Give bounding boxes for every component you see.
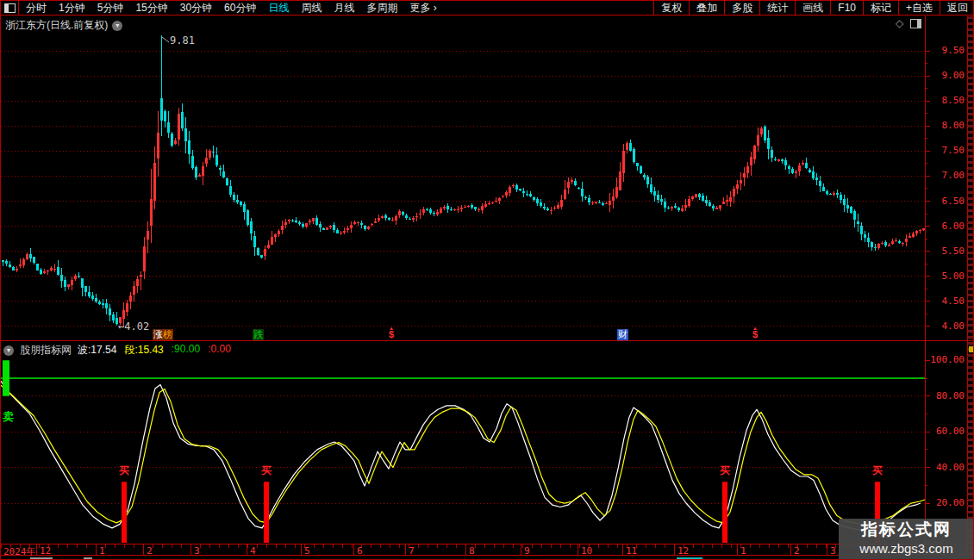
indicator-dropdown-icon[interactable]: ▾ xyxy=(3,345,14,356)
month-label: 8 xyxy=(469,545,475,557)
indicator-value: :0.00 xyxy=(208,343,231,358)
month-divider xyxy=(465,544,466,555)
month-divider xyxy=(190,544,191,555)
month-label: 1 xyxy=(740,545,746,557)
month-divider xyxy=(301,544,302,555)
month-label: 5 xyxy=(304,545,310,557)
low-annotation: ←4.02 xyxy=(118,320,149,333)
month-label: 11 xyxy=(626,545,637,557)
buy-signal-bar xyxy=(122,482,127,543)
month-divider xyxy=(96,544,97,555)
indicator-value: 波:17.54 xyxy=(78,343,116,358)
price-axis-label: 7.00 xyxy=(928,171,965,181)
price-axis-label: 5.00 xyxy=(928,271,965,282)
indicator-axis-label: 80.00 xyxy=(928,391,965,401)
price-axis-label: 9.00 xyxy=(928,71,965,81)
month-divider xyxy=(405,544,406,555)
month-label: 1 xyxy=(99,545,105,557)
month-label: 7 xyxy=(409,545,415,557)
wave-line-bo xyxy=(1,381,921,530)
month-label: 6 xyxy=(357,545,363,557)
indicator-value: 段:15.43 xyxy=(124,343,163,358)
price-axis-label: 6.00 xyxy=(928,221,965,232)
high-annotation: 9.81 xyxy=(170,34,195,47)
month-label: 2 xyxy=(794,545,800,557)
indicator-values: 波:17.54段:15.43:90.00:0.00 xyxy=(78,343,231,358)
month-divider xyxy=(737,544,738,555)
price-axis-label: 4.50 xyxy=(928,296,965,307)
candle-gridlines xyxy=(1,51,925,327)
sell-label: 卖 xyxy=(3,410,14,423)
price-axis-label: 9.50 xyxy=(928,46,965,56)
month-divider xyxy=(36,544,37,555)
right-scroll-strip[interactable] xyxy=(968,16,974,557)
event-badge: 跌 xyxy=(253,329,264,340)
month-divider xyxy=(247,544,247,555)
sell-signal-bar xyxy=(3,360,9,395)
indicator-gridlines xyxy=(1,396,925,503)
price-axis-label: 6.50 xyxy=(928,196,965,207)
time-axis-ticks xyxy=(1,544,925,548)
indicator-value: :90.00 xyxy=(172,343,200,358)
watermark-line1: 指标公式网 xyxy=(839,519,974,541)
buy-label: 买 xyxy=(872,464,883,476)
month-label: 2 xyxy=(147,545,153,557)
indicator-header: ▾ 股朋指标网 波:17.54段:15.43:90.00:0.00 xyxy=(3,343,231,358)
buy-label: 买 xyxy=(261,464,272,476)
month-label: 3 xyxy=(830,545,836,557)
month-divider xyxy=(578,544,578,555)
month-label: 12 xyxy=(40,545,51,557)
event-badge: 财 xyxy=(617,329,628,340)
price-axis-label: 4.00 xyxy=(928,321,965,332)
price-axis-label: 5.50 xyxy=(928,246,965,257)
buy-label: 买 xyxy=(119,464,129,476)
month-divider xyxy=(353,544,354,555)
month-divider xyxy=(674,544,675,555)
bottom-status-slit xyxy=(1,557,974,560)
month-label: 10 xyxy=(581,545,592,557)
indicator-axis-label: 40.00 xyxy=(928,463,965,473)
price-axis-label: 8.50 xyxy=(928,96,965,106)
candlestick-series xyxy=(2,35,925,327)
time-axis: 2024年 12123456789101112123 xyxy=(1,544,967,556)
dollar-marker-icon: ▲$ xyxy=(750,327,760,339)
axis-border-left xyxy=(925,16,926,557)
month-label: 9 xyxy=(524,545,530,557)
chart-canvas[interactable]: 买买买买卖 xyxy=(1,1,974,560)
month-label: 4 xyxy=(250,545,256,557)
indicator-name: 股朋指标网 xyxy=(20,343,72,358)
indicator-axis-label: 100.00 xyxy=(928,355,965,365)
signal-markers: 买买买买卖 xyxy=(3,360,883,543)
month-divider xyxy=(622,544,623,555)
price-axis-label: 7.50 xyxy=(928,146,965,156)
month-divider xyxy=(790,544,791,555)
buy-signal-bar xyxy=(722,482,727,543)
site-watermark: 指标公式网 www.zbgs3.com xyxy=(839,519,974,560)
panel-divider xyxy=(1,340,974,341)
trading-terminal-window: 分时1分钟5分钟15分钟30分钟60分钟日线周线月线多周期更多 › 复权叠加多股… xyxy=(0,0,974,560)
month-divider xyxy=(827,544,827,555)
price-axis-label: 8.00 xyxy=(928,121,965,131)
month-label: 3 xyxy=(194,545,200,557)
indicator-axis-label: 60.00 xyxy=(928,426,965,437)
month-divider xyxy=(143,544,144,555)
high-annotation-leader xyxy=(162,37,169,42)
event-badge: 涨榜 xyxy=(153,329,173,340)
dollar-marker-icon: ▲$ xyxy=(386,327,396,339)
month-divider xyxy=(521,544,521,555)
month-label: 12 xyxy=(677,545,689,557)
indicator-axis-label: 20.00 xyxy=(928,498,965,508)
buy-signal-bar xyxy=(264,482,269,543)
segment-line-duan xyxy=(1,385,925,525)
buy-label: 买 xyxy=(720,464,730,476)
strip-marker xyxy=(969,346,973,352)
watermark-line2: www.zbgs3.com xyxy=(839,541,974,557)
